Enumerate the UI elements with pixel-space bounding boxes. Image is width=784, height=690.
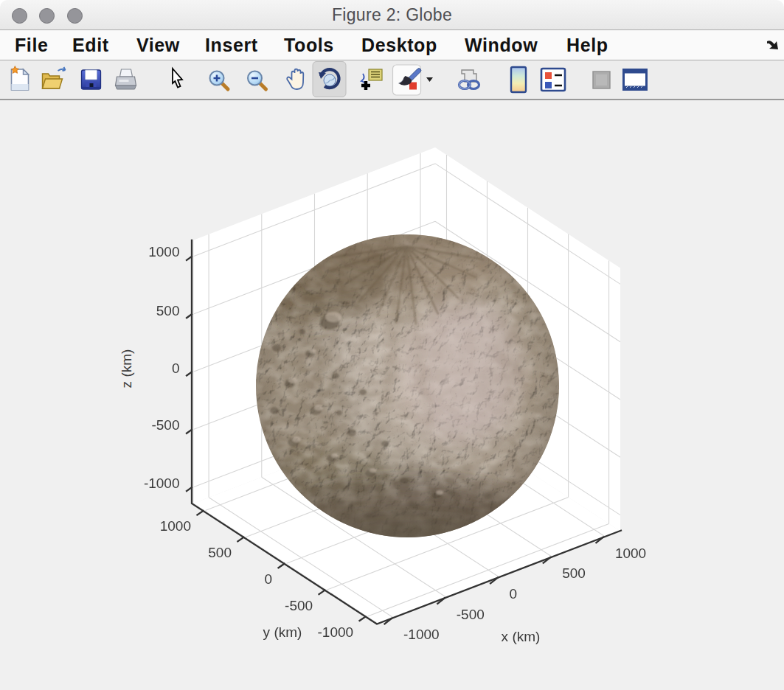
svg-text:1000: 1000 bbox=[160, 518, 191, 534]
svg-text:-500: -500 bbox=[457, 607, 485, 622]
svg-text:1000: 1000 bbox=[148, 244, 179, 259]
svg-text:0: 0 bbox=[265, 571, 273, 587]
svg-text:-1000: -1000 bbox=[317, 624, 353, 640]
svg-text:500: 500 bbox=[208, 545, 232, 560]
svg-text:x (km): x (km) bbox=[502, 629, 541, 644]
svg-text:500: 500 bbox=[156, 303, 180, 318]
svg-text:0: 0 bbox=[172, 360, 180, 376]
svg-text:500: 500 bbox=[562, 565, 586, 581]
svg-text:y (km): y (km) bbox=[263, 624, 302, 640]
svg-text:-500: -500 bbox=[285, 598, 313, 613]
svg-text:1000: 1000 bbox=[615, 546, 646, 561]
svg-text:z (km): z (km) bbox=[119, 349, 134, 388]
svg-text:0: 0 bbox=[510, 586, 518, 602]
svg-text:-500: -500 bbox=[151, 417, 179, 433]
svg-text:-1000: -1000 bbox=[144, 475, 180, 491]
svg-text:-1000: -1000 bbox=[403, 627, 440, 642]
